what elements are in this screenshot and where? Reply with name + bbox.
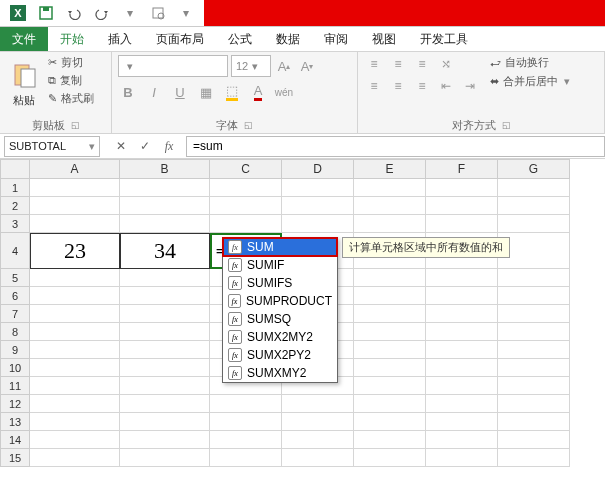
cell[interactable] [120, 395, 210, 413]
cell[interactable] [426, 323, 498, 341]
cell[interactable] [354, 413, 426, 431]
row-header[interactable]: 10 [0, 359, 30, 377]
merge-center-button[interactable]: ⬌合并后居中▾ [490, 74, 570, 89]
row-header[interactable]: 1 [0, 179, 30, 197]
cell[interactable] [120, 323, 210, 341]
cell[interactable] [30, 431, 120, 449]
cell[interactable] [30, 197, 120, 215]
tab-layout[interactable]: 页面布局 [144, 27, 216, 51]
row-header[interactable]: 13 [0, 413, 30, 431]
column-header[interactable]: B [120, 159, 210, 179]
cell[interactable] [120, 431, 210, 449]
cell[interactable] [120, 377, 210, 395]
cell[interactable] [426, 341, 498, 359]
row-header[interactable]: 3 [0, 215, 30, 233]
row-header[interactable]: 2 [0, 197, 30, 215]
cell[interactable] [354, 323, 426, 341]
cancel-formula-button[interactable]: ✕ [112, 139, 130, 154]
cell[interactable] [120, 341, 210, 359]
cell[interactable] [120, 305, 210, 323]
phonetic-button[interactable]: wén [274, 81, 294, 103]
cell[interactable] [120, 287, 210, 305]
autocomplete-item[interactable]: fxSUMX2PY2 [223, 346, 337, 364]
cell[interactable] [282, 431, 354, 449]
cell[interactable] [354, 341, 426, 359]
row-header[interactable]: 14 [0, 431, 30, 449]
column-header[interactable]: A [30, 159, 120, 179]
autocomplete-item[interactable]: fxSUMIFS [223, 274, 337, 292]
bold-button[interactable]: B [118, 81, 138, 103]
cell[interactable] [120, 449, 210, 467]
cell[interactable] [30, 323, 120, 341]
cell[interactable] [30, 341, 120, 359]
paste-button[interactable]: 粘贴 [6, 55, 42, 114]
decrease-font-icon[interactable]: A▾ [297, 55, 317, 77]
cell[interactable] [426, 215, 498, 233]
cell[interactable] [498, 323, 570, 341]
cell[interactable] [210, 449, 282, 467]
copy-button[interactable]: ⧉复制 [48, 73, 94, 88]
cell[interactable] [282, 197, 354, 215]
row-header[interactable]: 7 [0, 305, 30, 323]
undo-icon[interactable] [62, 2, 86, 24]
save-icon[interactable] [34, 2, 58, 24]
cell[interactable] [354, 395, 426, 413]
tab-review[interactable]: 审阅 [312, 27, 360, 51]
cell[interactable] [30, 359, 120, 377]
font-family-combo[interactable]: ▾ [118, 55, 228, 77]
cell[interactable] [30, 269, 120, 287]
cell[interactable] [30, 287, 120, 305]
cell[interactable] [498, 359, 570, 377]
cell[interactable] [120, 215, 210, 233]
tab-insert[interactable]: 插入 [96, 27, 144, 51]
cell[interactable] [426, 377, 498, 395]
cell[interactable] [30, 305, 120, 323]
tab-data[interactable]: 数据 [264, 27, 312, 51]
cell[interactable] [354, 359, 426, 377]
cell[interactable] [30, 215, 120, 233]
cell[interactable] [210, 179, 282, 197]
font-color-button[interactable]: A [248, 81, 268, 103]
cell[interactable] [426, 179, 498, 197]
align-top-button[interactable]: ≡ [364, 55, 384, 73]
row-header[interactable]: 11 [0, 377, 30, 395]
cell[interactable] [498, 449, 570, 467]
cell[interactable] [30, 449, 120, 467]
cell[interactable] [498, 413, 570, 431]
align-right-button[interactable]: ≡ [412, 77, 432, 95]
cell[interactable] [354, 377, 426, 395]
name-box[interactable]: SUBTOTAL▾ [4, 136, 100, 157]
redo-icon[interactable] [90, 2, 114, 24]
print-preview-icon[interactable] [146, 2, 170, 24]
cell[interactable] [282, 449, 354, 467]
cell[interactable] [282, 413, 354, 431]
accept-formula-button[interactable]: ✓ [136, 139, 154, 154]
cell[interactable] [30, 179, 120, 197]
orientation-button[interactable]: ⤭ [436, 55, 456, 73]
cell[interactable] [426, 359, 498, 377]
qat-more-icon[interactable]: ▾ [118, 2, 142, 24]
row-header[interactable]: 4 [0, 233, 30, 269]
cell[interactable] [282, 179, 354, 197]
cell[interactable] [30, 377, 120, 395]
tab-file[interactable]: 文件 [0, 27, 48, 51]
align-center-button[interactable]: ≡ [388, 77, 408, 95]
row-header[interactable]: 15 [0, 449, 30, 467]
fill-color-button[interactable]: ⬚ [222, 81, 242, 103]
italic-button[interactable]: I [144, 81, 164, 103]
align-left-button[interactable]: ≡ [364, 77, 384, 95]
cell[interactable] [282, 395, 354, 413]
cell[interactable] [210, 197, 282, 215]
format-painter-button[interactable]: ✎格式刷 [48, 91, 94, 106]
cell[interactable] [354, 449, 426, 467]
cell[interactable] [30, 413, 120, 431]
autocomplete-item[interactable]: fxSUMIF [223, 256, 337, 274]
row-header[interactable]: 8 [0, 323, 30, 341]
cell[interactable] [210, 431, 282, 449]
increase-indent-button[interactable]: ⇥ [460, 77, 480, 95]
cell[interactable] [426, 395, 498, 413]
cell[interactable] [210, 395, 282, 413]
cell[interactable] [210, 413, 282, 431]
cell[interactable] [426, 269, 498, 287]
cell[interactable] [498, 431, 570, 449]
